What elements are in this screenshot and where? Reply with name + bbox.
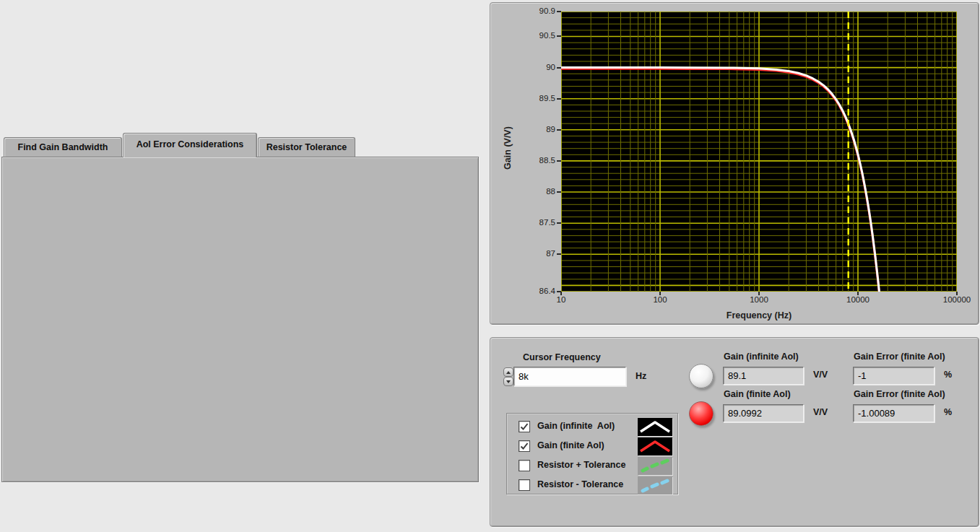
cursor-frequency-spinner [503, 367, 513, 387]
gain-frequency-plot[interactable] [561, 12, 957, 292]
legend-label: Gain (finite Aol) [537, 440, 604, 450]
legend-checkbox[interactable] [519, 421, 530, 432]
legend-swatch-blue-dashed [638, 476, 672, 494]
plot-legend: Gain (infinite Aol)Gain (finite Aol)Resi… [506, 413, 678, 494]
cursor-readout-panel: Cursor Frequency 8k Hz Gain (infinite Ao… [490, 337, 979, 527]
y-tick-label: 88.5 [519, 156, 555, 165]
legend-row: Resistor - Tolerance [507, 476, 677, 495]
checkmark-icon [519, 441, 529, 451]
cursor-frequency-unit: Hz [636, 371, 646, 381]
y-tick-label: 88 [519, 187, 555, 196]
y-tick-mark [557, 160, 561, 162]
down-arrow-icon [506, 380, 511, 383]
legend-row: Gain (finite Aol) [507, 437, 677, 456]
up-arrow-icon [506, 371, 511, 374]
curve-gain-finite-aol [561, 69, 881, 292]
y-tick-mark [557, 67, 561, 69]
legend-row: Gain (infinite Aol) [507, 417, 677, 437]
y-tick-mark [557, 35, 561, 37]
x-tick-label: 1000 [730, 295, 788, 304]
gain-error-1-indicator: -1 [853, 367, 935, 385]
y-tick-mark [557, 129, 561, 131]
x-tick-mark [560, 292, 562, 295]
y-tick-label: 90.5 [519, 31, 555, 40]
legend-swatch-white-line [638, 418, 672, 436]
legend-checkbox[interactable] [519, 440, 530, 452]
gain-finite-unit: V/V [813, 407, 828, 417]
gain-infinite-label: Gain (infinite Aol) [724, 351, 799, 362]
y-tick-mark [557, 11, 561, 12]
y-tick-label: 87.5 [519, 218, 555, 227]
cursor-frequency-spinner-up[interactable] [503, 367, 513, 377]
labview-front-panel: { "colors": { "page_bg": "#e9e9e9", "pan… [0, 0, 980, 532]
legend-swatch-red-line [638, 437, 672, 455]
infinite-aol-led [689, 364, 714, 388]
y-tick-label: 89 [519, 125, 555, 134]
y-tick-label: 86.4 [519, 287, 555, 295]
x-axis-title: Frequency (Hz) [701, 310, 817, 320]
y-tick-label: 87 [519, 249, 555, 258]
y-axis-title: Gain (V/V) [503, 121, 513, 175]
tab-find-gain-bandwidth[interactable]: Find Gain Bandwidth [4, 137, 122, 157]
cursor-frequency-label: Cursor Frequency [523, 352, 601, 363]
gain-error-2-label: Gain Error (finite Aol) [854, 388, 945, 400]
tab-resistor-tolerance[interactable]: Resistor Tolerance [258, 137, 355, 157]
legend-label: Resistor - Tolerance [537, 479, 623, 489]
gain-finite-label: Gain (finite Aol) [724, 388, 791, 400]
gain-infinite-indicator: 89.1 [723, 367, 804, 385]
x-tick-label: 100000 [928, 295, 980, 304]
y-tick-mark [557, 222, 561, 224]
x-tick-mark [857, 292, 859, 295]
legend-checkbox[interactable] [519, 460, 530, 471]
x-tick-label: 10 [532, 295, 590, 304]
x-tick-mark [758, 292, 760, 295]
cursor-frequency-input[interactable]: 8k [513, 367, 626, 386]
legend-label: Gain (infinite Aol) [537, 421, 615, 431]
x-tick-mark [956, 292, 958, 295]
gain-error-1-label: Gain Error (finite Aol) [854, 351, 945, 362]
x-tick-mark [659, 292, 661, 295]
gain-finite-indicator: 89.0992 [723, 404, 804, 422]
y-tick-mark [557, 191, 561, 193]
plot-area[interactable] [561, 12, 957, 292]
tab-aol-error-considerations[interactable]: Aol Error Considerations [123, 133, 257, 157]
x-tick-label: 100 [631, 295, 689, 304]
legend-label: Resistor + Tolerance [537, 460, 625, 470]
tab-panel-body [1, 157, 479, 482]
finite-aol-led [689, 401, 714, 426]
y-tick-label: 89.5 [519, 94, 555, 103]
y-tick-label: 90.9 [519, 6, 555, 15]
legend-row: Resistor + Tolerance [507, 456, 677, 476]
gain-error-1-unit: % [944, 370, 952, 380]
gain-infinite-unit: V/V [813, 370, 828, 380]
graph-panel: Gain (V/V) Frequency (Hz) 90.990.59089.5… [490, 2, 979, 325]
checkmark-icon [519, 422, 529, 432]
gain-error-2-unit: % [944, 407, 952, 417]
cursor-frequency-spinner-down[interactable] [503, 377, 513, 386]
legend-swatch-green-dashed [638, 457, 672, 475]
y-tick-label: 90 [519, 63, 555, 71]
y-tick-mark [557, 98, 561, 100]
y-tick-mark [557, 253, 561, 255]
x-tick-label: 10000 [829, 295, 887, 304]
legend-checkbox[interactable] [519, 479, 530, 491]
gain-error-2-indicator: -1.00089 [853, 404, 935, 422]
